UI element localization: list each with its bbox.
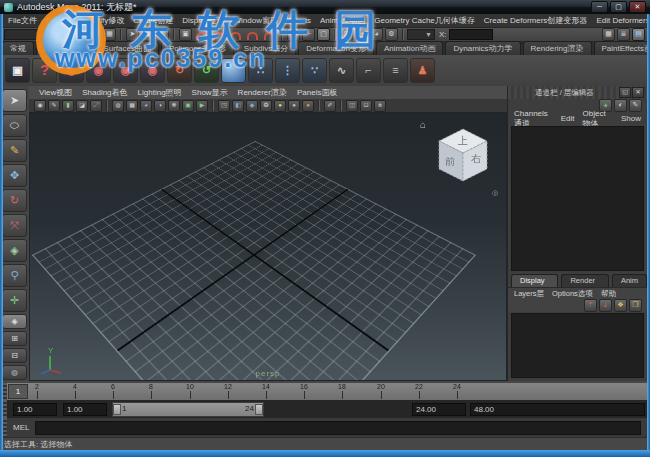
new-layer-selected-icon[interactable]: ❒: [629, 299, 642, 312]
animation-start-field[interactable]: 1.00: [13, 403, 57, 416]
2d-pan-zoom-icon[interactable]: ⤢: [90, 100, 102, 112]
bookmark-icon[interactable]: ▮: [62, 100, 74, 112]
divider[interactable]: [67, 29, 69, 40]
viewport-canvas[interactable]: 上 前 右 ⌂ ◎ Y persp: [29, 112, 507, 381]
particle-icon[interactable]: ∴: [248, 58, 273, 83]
close-button[interactable]: ✕: [629, 1, 646, 13]
soft-mod-tool[interactable]: ⚲: [2, 264, 27, 287]
move-tool[interactable]: ✥: [2, 164, 27, 187]
console-toggle-icon[interactable]: ▤: [632, 28, 645, 41]
playback-end-field[interactable]: 24.00: [412, 403, 466, 416]
menu-assets[interactable]: Assets: [287, 16, 311, 25]
clapper-icon[interactable]: ◉: [140, 58, 165, 83]
tearoff-panel-icon[interactable]: ◱: [619, 87, 631, 98]
menu-animate[interactable]: Animate动画: [320, 15, 365, 26]
mode-selector[interactable]: ▼: [4, 29, 64, 40]
edit-menu[interactable]: Edit: [561, 114, 575, 123]
time-slider-track[interactable]: 1 2 4 6 8 10 12 14 16 18 20 22 24: [7, 383, 647, 400]
textured-icon[interactable]: ◕: [140, 100, 152, 112]
selection-mask-icon[interactable]: ▣: [179, 28, 192, 41]
playback-start-field[interactable]: 1.00: [63, 403, 107, 416]
menu-geometry-cache[interactable]: Geometry Cache几何体缓存: [374, 15, 474, 26]
exposure-icon[interactable]: ❂: [260, 100, 272, 112]
file-save-icon[interactable]: ▦: [103, 28, 116, 41]
snap-grid-icon[interactable]: [196, 32, 207, 40]
range-end-handle[interactable]: [255, 404, 263, 415]
construction-history-icon[interactable]: ▢: [317, 28, 330, 41]
gamma-yellow-icon[interactable]: ●: [274, 100, 286, 112]
lighting-all-icon[interactable]: ◑: [154, 100, 166, 112]
isolate-select-icon[interactable]: ◳: [218, 100, 230, 112]
camera-select-icon[interactable]: ◉: [34, 100, 46, 112]
joint-icon[interactable]: ∿: [329, 58, 354, 83]
minimize-button[interactable]: ─: [591, 1, 608, 13]
layer-list[interactable]: [511, 313, 644, 378]
file-open-icon[interactable]: ◩: [88, 28, 101, 41]
panel-menu-show[interactable]: Show显示: [192, 87, 228, 98]
render-view-icon[interactable]: ▥: [340, 28, 353, 41]
viewcube-toggle-icon[interactable]: ◫: [346, 100, 358, 112]
motion-blur-icon[interactable]: ▶: [196, 100, 208, 112]
select-component-icon[interactable]: ◎: [156, 28, 169, 41]
menu-window[interactable]: Window窗口: [234, 15, 278, 26]
pencil-icon[interactable]: ✎: [629, 99, 642, 112]
lasso-tool[interactable]: ⬭: [2, 114, 27, 137]
viewcube-home-icon[interactable]: ⌂: [420, 119, 426, 130]
xray-joints-icon[interactable]: ◆: [246, 100, 258, 112]
panel-menu-lighting[interactable]: Lighting照明: [138, 87, 182, 98]
output-connection-icon[interactable]: ⇤: [302, 28, 315, 41]
divider[interactable]: [334, 29, 336, 40]
shelf-tab-polygons[interactable]: Polygons多边形: [161, 41, 234, 55]
four-pane-layout[interactable]: ⊞: [2, 331, 27, 346]
view-cube[interactable]: 上 前 右: [432, 125, 494, 191]
gamma-gold-icon[interactable]: ●: [302, 100, 314, 112]
sphere-icon[interactable]: [221, 58, 246, 83]
shelf-tab-rendering[interactable]: Rendering渲染: [523, 41, 592, 55]
snap-view-icon[interactable]: [264, 32, 275, 40]
gamma-gray-icon[interactable]: ●: [288, 100, 300, 112]
menu-edit-deformers[interactable]: Edit Deformers编辑变形器: [596, 15, 650, 26]
shelf-tab-dynamics[interactable]: Dynamics动力学: [445, 41, 520, 55]
input-connection-icon[interactable]: ⇥: [287, 28, 300, 41]
screen-ao-icon[interactable]: ▣: [182, 100, 194, 112]
camera-aim-up-icon[interactable]: ◉: [113, 58, 138, 83]
layers-menu[interactable]: Layers层: [514, 289, 544, 299]
render-current-icon[interactable]: ◔: [355, 28, 368, 41]
rotate-tool[interactable]: ↻: [2, 189, 27, 212]
x-input-field[interactable]: [449, 29, 493, 40]
universal-manipulator[interactable]: ◈: [2, 239, 27, 262]
contrast-icon[interactable]: ◐: [614, 99, 627, 112]
divider[interactable]: [281, 29, 283, 40]
current-frame-indicator[interactable]: 1: [8, 384, 28, 399]
field-icon[interactable]: ∵: [302, 58, 327, 83]
menu-create-deformers[interactable]: Create Deformers创建变形器: [484, 15, 588, 26]
tab-render[interactable]: Render渲染: [561, 274, 608, 287]
maximize-button[interactable]: ▢: [610, 1, 627, 13]
image-plane-icon[interactable]: ◪: [76, 100, 88, 112]
shelf-tab-curves[interactable]: Curves曲线: [36, 41, 93, 55]
divider[interactable]: [120, 29, 122, 40]
tab-anim[interactable]: Anim: [612, 274, 647, 287]
command-line-label[interactable]: MEL: [13, 423, 29, 432]
title-bar[interactable]: Autodesk Maya 2011: 无标题* ─ ▢ ✕: [0, 0, 650, 14]
camera-aim-icon[interactable]: ◉: [86, 58, 111, 83]
ik-handle-icon[interactable]: ⌐: [356, 58, 381, 83]
channel-list[interactable]: [511, 126, 644, 271]
shelf-tab-general[interactable]: 常规: [2, 41, 34, 55]
character-icon[interactable]: ♟: [410, 58, 435, 83]
divider[interactable]: [402, 29, 404, 40]
shelf-tab-animation[interactable]: Animation动画: [376, 41, 444, 55]
help-question-icon[interactable]: ?: [32, 58, 57, 83]
show-manipulator[interactable]: ✛: [2, 289, 27, 312]
range-start-handle[interactable]: [113, 404, 121, 415]
menu-file[interactable]: File文件: [8, 15, 37, 26]
shaded-icon[interactable]: ▦: [126, 100, 138, 112]
viewcube-orbit-icon[interactable]: ◎: [492, 189, 498, 197]
shadows-icon[interactable]: ❋: [168, 100, 180, 112]
rotate-cw-icon[interactable]: ↺: [194, 58, 219, 83]
new-layer-icon[interactable]: ❖: [614, 299, 627, 312]
snap-plane-icon[interactable]: [247, 32, 258, 40]
select-tool[interactable]: ➤: [2, 89, 27, 112]
help-menu[interactable]: 帮助: [601, 289, 616, 299]
snap-curve-icon[interactable]: [213, 32, 224, 40]
